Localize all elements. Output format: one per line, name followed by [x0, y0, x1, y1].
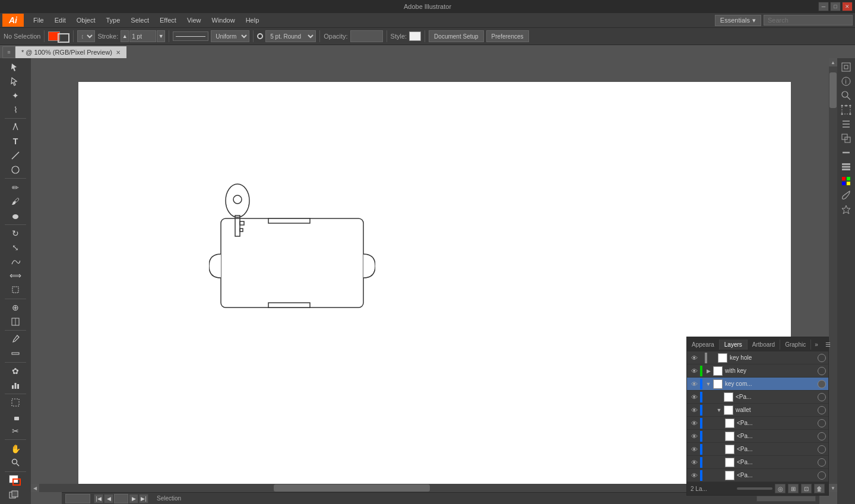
next-page-button[interactable]: ▶ — [129, 494, 138, 503]
layer-target-button[interactable] — [818, 458, 826, 467]
artboard-navigation-button[interactable] — [7, 488, 24, 502]
stroke-uniform-select[interactable]: Uniform — [211, 30, 249, 42]
tab-layers[interactable]: Layers — [720, 340, 748, 350]
column-graph-button[interactable] — [7, 378, 24, 392]
preferences-button[interactable]: Preferences — [486, 30, 529, 42]
layer-visibility-toggle[interactable]: 👁 — [689, 405, 699, 415]
layer-row-active[interactable]: 👁 ▼ key com... — [687, 378, 828, 391]
stroke-width-input[interactable]: 1 pt — [129, 30, 156, 42]
layer-expand-icon[interactable]: ▶ — [705, 367, 712, 375]
symbols-panel-icon[interactable] — [840, 203, 853, 216]
symbol-sprayer-button[interactable]: ✿ — [7, 364, 24, 378]
layer-target-button[interactable] — [818, 406, 826, 414]
info-panel-icon[interactable]: i — [840, 75, 853, 88]
stroke-increase-button[interactable]: ▼ — [157, 30, 165, 42]
layer-target-button[interactable] — [818, 393, 826, 401]
transform-panel-icon[interactable] — [840, 103, 853, 116]
menu-window[interactable]: Window — [207, 15, 240, 25]
shape-builder-tool-button[interactable]: ⊕ — [7, 301, 24, 315]
zoom-tool-button[interactable] — [7, 456, 24, 470]
layer-expand-icon[interactable] — [710, 354, 717, 362]
magic-wand-tool-button[interactable]: ✦ — [7, 89, 24, 103]
layer-visibility-toggle[interactable]: 👁 — [689, 432, 699, 441]
menu-view[interactable]: View — [182, 15, 206, 25]
layer-row[interactable]: 👁 ▼ wallet — [687, 404, 828, 417]
menu-effect[interactable]: Effect — [155, 15, 181, 25]
layer-row[interactable]: 👁 <Pa... — [687, 469, 828, 482]
menu-edit[interactable]: Edit — [50, 15, 71, 25]
width-tool-button[interactable]: ⟺ — [7, 269, 24, 283]
line-tool-button[interactable] — [7, 149, 24, 163]
prev-page-button[interactable]: ◀ — [104, 494, 113, 503]
scissors-tool-button[interactable]: ✂ — [7, 424, 24, 438]
maximize-button[interactable]: □ — [830, 2, 841, 11]
zoom-input[interactable]: 100% — [65, 494, 90, 503]
layer-visibility-toggle[interactable]: 👁 — [689, 366, 699, 376]
essentials-dropdown[interactable]: Essentials ▾ — [715, 15, 761, 26]
pathfinder-panel-icon[interactable] — [840, 132, 853, 145]
move-to-new-layer-button[interactable]: ⊡ — [801, 484, 812, 493]
layer-expand-icon[interactable] — [715, 394, 723, 401]
style-swatch[interactable] — [409, 31, 421, 41]
menu-file[interactable]: File — [28, 15, 49, 25]
zoom-panel-icon[interactable] — [840, 89, 853, 102]
scale-tool-button[interactable]: ⤡ — [7, 240, 24, 254]
panel-menu-icon[interactable]: ≡ — [2, 46, 15, 58]
menu-type[interactable]: Type — [102, 15, 125, 25]
direct-selection-tool-button[interactable] — [7, 75, 24, 88]
menu-select[interactable]: Select — [126, 15, 154, 25]
layer-target-button[interactable] — [818, 445, 826, 454]
type-tool-button[interactable]: T — [7, 135, 24, 148]
layer-row[interactable]: 👁 ▶ with key — [687, 364, 828, 378]
selection-tool-button[interactable] — [7, 61, 24, 74]
pencil-tool-button[interactable]: ✏ — [7, 180, 24, 194]
warp-tool-button[interactable] — [7, 255, 24, 268]
layer-visibility-toggle[interactable]: 👁 — [689, 353, 699, 363]
layer-row[interactable]: 👁 <Pa... — [687, 443, 828, 456]
brush-select[interactable]: 5 pt. Round — [265, 30, 316, 42]
scroll-down-button[interactable]: ▼ — [829, 484, 837, 492]
last-page-button[interactable]: ▶| — [139, 494, 148, 503]
layer-row[interactable]: 👁 <Pa... — [687, 417, 828, 430]
rotate-tool-button[interactable]: ↻ — [7, 227, 24, 240]
brushes-panel-icon[interactable] — [840, 189, 853, 202]
tab-appearance[interactable]: Appeara — [687, 340, 720, 350]
layer-target-button[interactable] — [818, 419, 826, 427]
tab-close-icon[interactable]: ✕ — [116, 49, 121, 56]
layers-panel-icon[interactable] — [840, 160, 853, 173]
layers-panel-menu-button[interactable]: ☰ — [822, 340, 834, 350]
slice-tool-button[interactable] — [7, 396, 24, 410]
layer-target-button[interactable] — [818, 354, 826, 362]
layer-row[interactable]: 👁 <Pa... — [687, 430, 828, 443]
layer-expand-icon[interactable]: ▼ — [715, 407, 723, 414]
close-button[interactable]: ✕ — [842, 2, 853, 11]
paintbrush-tool-button[interactable]: 🖌 — [7, 195, 24, 208]
delete-layer-button[interactable]: 🗑 — [814, 484, 825, 493]
layer-row[interactable]: 👁 <Pa... — [687, 456, 828, 469]
layer-row[interactable]: 👁 <Pa... — [687, 391, 828, 404]
make-clipping-mask-button[interactable]: ◎ — [775, 484, 786, 493]
swatches-panel-icon[interactable] — [840, 175, 853, 188]
stroke-panel-icon[interactable] — [840, 146, 853, 159]
lasso-tool-button[interactable]: ⌇ — [7, 103, 24, 116]
document-tab[interactable]: * @ 100% (RGB/Pixel Preview) ✕ — [15, 46, 126, 58]
search-input[interactable] — [764, 15, 853, 26]
layer-visibility-toggle[interactable]: 👁 — [689, 419, 699, 428]
pen-tool-button[interactable] — [7, 121, 24, 134]
layer-target-button[interactable] — [818, 367, 826, 375]
layer-target-button[interactable] — [818, 471, 826, 480]
page-number-input[interactable]: 1 — [114, 494, 128, 503]
stroke-type-select[interactable]: □ — [77, 30, 95, 42]
layer-visibility-toggle[interactable]: 👁 — [689, 379, 699, 389]
layers-panel-more-button[interactable]: » — [811, 340, 822, 350]
panel-resize-handle[interactable] — [737, 487, 772, 490]
hscroll-thumb[interactable] — [274, 484, 430, 492]
stroke-swatch[interactable] — [58, 33, 69, 43]
stroke-decrease-button[interactable]: ▲ — [121, 30, 129, 42]
menu-help[interactable]: Help — [241, 15, 264, 25]
layer-visibility-toggle[interactable]: 👁 — [689, 458, 699, 467]
perspective-tool-button[interactable] — [7, 315, 24, 328]
layer-target-button[interactable] — [818, 432, 826, 440]
minimize-button[interactable]: ─ — [818, 2, 829, 11]
eyedropper-tool-button[interactable] — [7, 332, 24, 346]
